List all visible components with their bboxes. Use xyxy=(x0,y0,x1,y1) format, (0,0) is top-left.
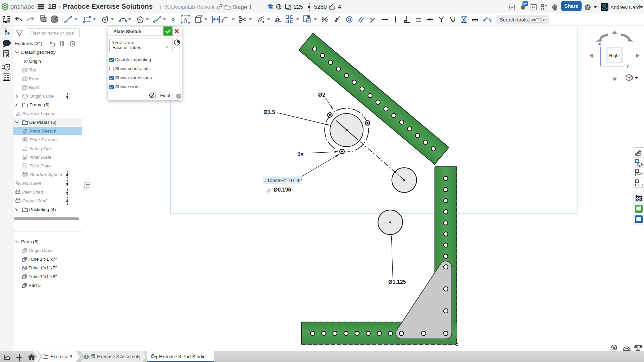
svg-text:#CloseFit_10_32: #CloseFit_10_32 xyxy=(265,178,302,183)
svg-text:Ø2: Ø2 xyxy=(318,92,325,98)
svg-text:3x: 3x xyxy=(298,151,304,157)
svg-text:Ø1.5: Ø1.5 xyxy=(263,109,275,115)
svg-text:fx: fx xyxy=(267,187,271,193)
svg-text:Y: Y xyxy=(626,64,629,69)
svg-text:Search tools...: Search tools... xyxy=(500,17,532,22)
svg-text:Right: Right xyxy=(609,53,620,58)
svg-text:DXF: DXF xyxy=(306,19,311,22)
svg-text:Ø1.125: Ø1.125 xyxy=(388,279,406,285)
svg-text:c: c xyxy=(543,18,545,22)
svg-text:Ø0.196: Ø0.196 xyxy=(274,187,291,193)
svg-text:A: A xyxy=(184,17,188,22)
svg-text:Z: Z xyxy=(598,41,601,46)
svg-text:x: x xyxy=(638,183,640,187)
svg-text:alt/: alt/ xyxy=(531,18,537,22)
